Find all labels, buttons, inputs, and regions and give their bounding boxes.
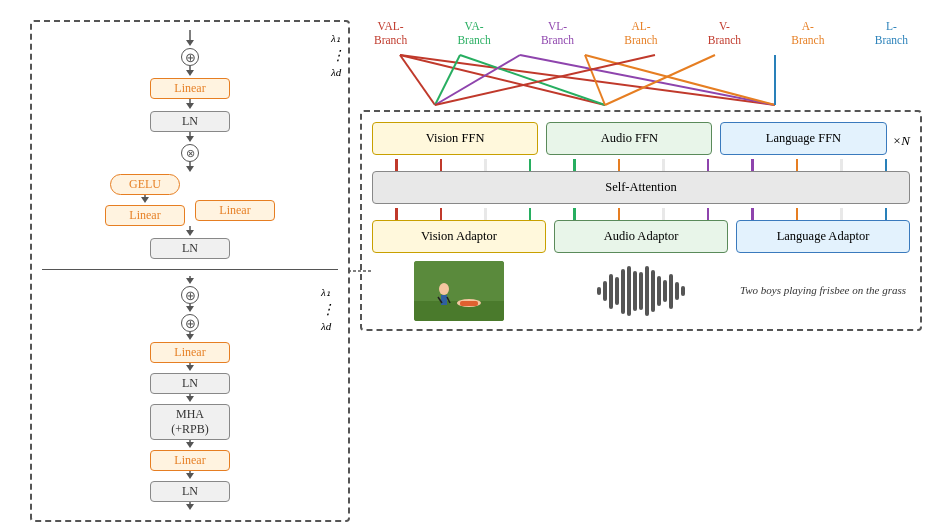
ln-box-top2: LN (150, 238, 230, 259)
svg-marker-1 (186, 40, 194, 46)
arrow-b1 (180, 304, 200, 314)
image-scene-svg (414, 261, 504, 321)
attention-row: Self-Attention (372, 171, 910, 204)
svg-marker-9 (186, 166, 194, 172)
arrow-b4 (180, 394, 200, 404)
vc-b-orange1 (618, 208, 621, 220)
vc-red1 (395, 159, 398, 171)
svg-line-39 (585, 55, 775, 105)
arrow-1 (180, 66, 200, 78)
self-attention-box: Self-Attention (372, 171, 910, 204)
audio-waveform (597, 266, 685, 316)
svg-line-37 (520, 55, 775, 105)
linear-box-bot2: Linear (150, 450, 230, 471)
svg-rect-46 (441, 295, 447, 305)
right-panel: VAL-Branch VA-Branch VL-Branch AL-Branch… (360, 20, 922, 331)
vc-b-gray1 (484, 208, 487, 220)
branch-l: L-Branch (875, 20, 908, 48)
arrow-5 (135, 195, 155, 205)
branch-labels-row: VAL-Branch VA-Branch VL-Branch AL-Branch… (360, 20, 922, 48)
figure-container: λ₁ ⋮ λd ⊕ (30, 20, 922, 527)
image-input (372, 261, 546, 321)
vc-purple1 (707, 159, 710, 171)
adaptor-row: Vision Adaptor Audio Adaptor Language Ad… (372, 220, 910, 253)
arrow-b7 (180, 502, 200, 512)
audio-bar-8 (639, 272, 643, 310)
svg-marker-13 (186, 230, 194, 236)
audio-bar-15 (681, 286, 685, 296)
left-bottom-flow: ⊕ ⊕ Linear LN (42, 276, 338, 512)
lambda-dots-bottom: ⋮ (321, 301, 336, 318)
right-main-box: Vision FFN Audio FFN Language FFN ×N (360, 110, 922, 331)
vc-blue1 (885, 159, 888, 171)
audio-bar-1 (597, 287, 601, 295)
audio-bar-3 (609, 274, 613, 309)
vc-b-orange2 (796, 208, 799, 220)
circle-plus-bot1: ⊕ (181, 286, 199, 304)
linear-box-top: Linear (150, 78, 230, 99)
vert-connectors-bottom (372, 208, 910, 220)
lambda-block-bottom: λ₁ ⋮ λd (321, 286, 336, 332)
branch-v: V-Branch (708, 20, 741, 48)
svg-point-45 (439, 283, 449, 295)
mha-box: MHA(+RPB) (150, 404, 230, 440)
svg-marker-27 (186, 473, 194, 479)
vc-b-green2 (573, 208, 576, 220)
branches-section: VAL-Branch VA-Branch VL-Branch AL-Branch… (360, 20, 922, 110)
audio-bar-5 (621, 269, 625, 314)
vc-b-purple2 (751, 208, 754, 220)
svg-marker-11 (141, 197, 149, 203)
linear-box-bot1: Linear (150, 342, 230, 363)
audio-ffn-box: Audio FFN (546, 122, 712, 155)
audio-bar-10 (651, 270, 655, 312)
arrow-b5 (180, 440, 200, 450)
xN-label: ×N (893, 133, 910, 149)
circle-hadamard-top: ⊗ (181, 144, 199, 162)
branch-val: VAL-Branch (374, 20, 407, 48)
vc-gray2 (662, 159, 665, 171)
gelu-box: GELU (110, 174, 180, 195)
branch-a: A-Branch (791, 20, 824, 48)
audio-bar-12 (663, 280, 667, 302)
arrow-2 (180, 99, 200, 111)
svg-marker-19 (186, 334, 194, 340)
vc-b-green1 (529, 208, 532, 220)
lambda-bottom-top-label: λ₁ (321, 286, 336, 299)
language-ffn-box: Language FFN (720, 122, 886, 155)
gelu-linear-row: GELU Linear Linear (42, 174, 338, 226)
ffn-xn-row: Vision FFN Audio FFN Language FFN ×N (372, 122, 910, 159)
vc-orange1 (618, 159, 621, 171)
svg-marker-3 (186, 70, 194, 76)
language-adaptor-box: Language Adaptor (736, 220, 910, 253)
audio-bar-14 (675, 282, 679, 300)
diagram-area: λ₁ ⋮ λd ⊕ (30, 20, 922, 522)
vc-gray3 (840, 159, 843, 171)
svg-marker-23 (186, 396, 194, 402)
vc-gray1 (484, 159, 487, 171)
branch-vl: VL-Branch (541, 20, 574, 48)
audio-bar-11 (657, 276, 661, 306)
audio-bar-6 (627, 266, 631, 316)
vc-orange2 (796, 159, 799, 171)
ln-box-bot1: LN (150, 373, 230, 394)
arrow-6 (180, 226, 200, 238)
text-input: Two boys playing frisbee on the grass (736, 283, 910, 298)
branch-al: AL-Branch (624, 20, 657, 48)
audio-bar-13 (669, 274, 673, 309)
linear-box-right: Linear (195, 200, 275, 221)
vc-purple2 (751, 159, 754, 171)
vc-b-gray2 (662, 208, 665, 220)
left-top-section: ⊕ Linear LN (42, 30, 338, 270)
vc-b-red1 (395, 208, 398, 220)
vc-b-red2 (440, 208, 443, 220)
vc-b-gray3 (840, 208, 843, 220)
circle-plus-bot2: ⊕ (181, 314, 199, 332)
svg-marker-17 (186, 306, 194, 312)
svg-marker-7 (186, 136, 194, 142)
circle-plus-top: ⊕ (181, 48, 199, 66)
incoming-arrow-top (180, 30, 200, 48)
left-top-flow: ⊕ Linear LN (42, 30, 338, 263)
audio-bar-4 (615, 277, 619, 305)
svg-marker-5 (186, 103, 194, 109)
audio-bar-9 (645, 266, 649, 316)
